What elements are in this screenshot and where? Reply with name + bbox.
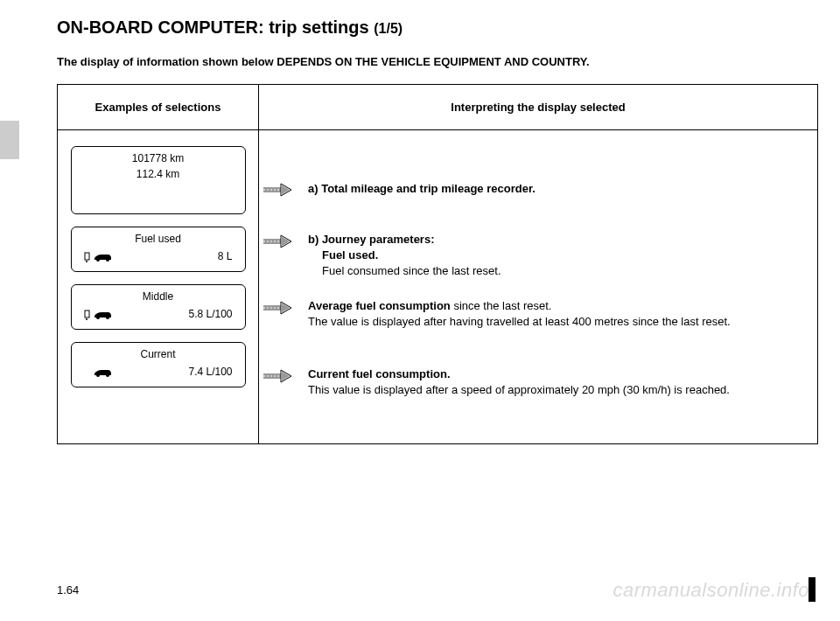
title-sub: (1/5) (374, 21, 402, 36)
manual-page: ON-BOARD COMPUTER: trip settings (1/5) T… (0, 0, 840, 621)
display-avg-consumption: Middle 5.8 L/100 (71, 284, 246, 330)
entry-a-label: a) Total mileage and trip mileage record… (308, 182, 536, 195)
entry-c: Average fuel consumption since the last … (259, 298, 807, 366)
display-mileage: 101778 km 112.4 km (71, 146, 246, 214)
svg-point-3 (106, 258, 109, 262)
entry-d-lead: Current fuel consumption. (308, 367, 451, 380)
svg-point-1 (86, 261, 88, 262)
entry-b-sub2: Fuel consumed since the last reset. (322, 264, 501, 277)
svg-point-2 (96, 258, 100, 262)
header-examples: Examples of selections (58, 85, 259, 129)
watermark: carmanualsonline.info (612, 579, 809, 602)
svg-point-9 (106, 373, 109, 377)
entry-c-cont: since the last reset. (451, 299, 552, 312)
entry-b-label: b) Journey parameters: (308, 232, 807, 248)
side-tab (0, 121, 19, 159)
table-body-row: 101778 km 112.4 km Fuel used (58, 130, 817, 443)
svg-point-8 (96, 373, 100, 377)
svg-point-7 (106, 316, 109, 319)
display-current-consumption: Current 7.4 L/100 (71, 342, 246, 387)
entry-c-line2: The value is displayed after having trav… (308, 315, 731, 328)
display-mileage-trip: 112.4 km (80, 168, 236, 180)
display-fuel-used-title: Fuel used (80, 233, 236, 245)
entry-b-sub1: Fuel used. (322, 248, 378, 262)
table-header-row: Examples of selections Interpreting the … (58, 85, 817, 130)
arrow-icon (259, 366, 296, 384)
main-table: Examples of selections Interpreting the … (57, 84, 818, 444)
displays-column: 101778 km 112.4 km Fuel used (58, 130, 259, 443)
display-mileage-total: 101778 km (80, 152, 236, 164)
car-icon (84, 366, 116, 378)
display-avg-title: Middle (80, 290, 236, 303)
entry-d-line2: This value is displayed after a speed of… (308, 383, 730, 396)
display-fuel-used: Fuel used 8 L (71, 227, 246, 272)
display-fuel-used-value: 8 L (218, 250, 233, 262)
display-current-value: 7.4 L/100 (188, 366, 232, 378)
page-subtitle: The display of information shown below D… (57, 55, 814, 68)
header-interpreting: Interpreting the display selected (259, 85, 817, 129)
display-current-title: Current (80, 348, 236, 360)
svg-rect-0 (85, 253, 89, 260)
entry-d: Current fuel consumption. This value is … (259, 366, 807, 428)
entry-a: a) Total mileage and trip mileage record… (259, 146, 807, 232)
arrow-icon (259, 232, 296, 249)
descriptions-column: a) Total mileage and trip mileage record… (259, 130, 817, 443)
svg-rect-4 (85, 310, 89, 317)
page-number: 1.64 (57, 583, 79, 597)
arrow-icon (259, 298, 296, 316)
entry-c-lead: Average fuel consumption (308, 299, 451, 312)
title-main: ON-BOARD COMPUTER: trip settings (57, 17, 369, 37)
arrow-icon (259, 180, 296, 198)
svg-point-5 (86, 318, 88, 320)
corner-mark (808, 577, 816, 602)
entry-b: b) Journey parameters: Fuel used. Fuel c… (259, 232, 807, 298)
page-title: ON-BOARD COMPUTER: trip settings (1/5) (57, 17, 814, 38)
display-avg-value: 5.8 L/100 (188, 308, 232, 320)
pump-car-icon (84, 250, 116, 262)
svg-point-6 (96, 316, 100, 319)
pump-car-icon (84, 308, 116, 320)
